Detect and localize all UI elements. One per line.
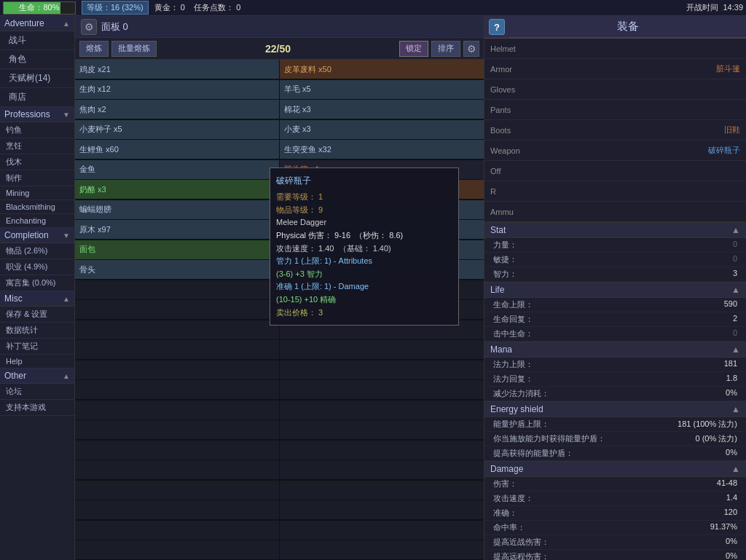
sidebar-item-fable[interactable]: 寓言集 (0.0%): [0, 275, 74, 291]
settings-label: 保存 & 设置: [6, 309, 47, 318]
panel-gear-button[interactable]: ⚙: [81, 19, 97, 35]
equip-slot-r[interactable]: R: [484, 181, 746, 202]
sidebar-item-help[interactable]: Help: [0, 355, 74, 368]
inventory-slot-8[interactable]: 生鲤鱼 x60: [75, 140, 279, 159]
inventory-slot-10[interactable]: 金鱼: [75, 160, 279, 179]
inventory-slot-9[interactable]: 生突变鱼 x32: [280, 140, 484, 159]
inventory-slot-47[interactable]: [280, 521, 484, 540]
inventory-slot-18[interactable]: 面包: [75, 240, 279, 259]
inventory-slot-49[interactable]: [280, 540, 484, 559]
inventory-slot-12[interactable]: 奶酪 x3: [75, 180, 279, 199]
dmg-section-header[interactable]: Damage ▲: [484, 461, 746, 477]
inventory-slot-37[interactable]: [280, 420, 484, 439]
inventory-slot-38[interactable]: [75, 441, 279, 460]
sidebar-item-talent[interactable]: 天赋树(14): [0, 69, 74, 88]
inventory-slot-6[interactable]: 小麦种子 x5: [75, 120, 279, 139]
equip-slot-weapon[interactable]: Weapon破碎瓶子: [484, 141, 746, 161]
gold-value: 0: [181, 3, 185, 12]
sidebar-completion-header[interactable]: Completion ▼: [0, 228, 74, 243]
inventory-slot-7[interactable]: 小麦 x3: [280, 120, 484, 139]
sidebar-other-header[interactable]: Other ▲: [0, 368, 74, 384]
inventory-slot-20[interactable]: 骨头: [75, 260, 279, 279]
inventory-slot-43[interactable]: [280, 481, 484, 500]
sidebar-item-forum[interactable]: 论坛: [0, 384, 74, 400]
inventory-slot-5[interactable]: 棉花 x3: [280, 100, 484, 119]
equip-slot-ammu[interactable]: Ammu: [484, 202, 746, 222]
equip-slot-pants[interactable]: Pants: [484, 100, 746, 120]
sidebar-item-character[interactable]: 角色: [0, 50, 74, 69]
equip-label-4: Boots: [490, 126, 541, 135]
inventory-slot-41[interactable]: [280, 460, 484, 479]
sidebar-item-crafting[interactable]: 制作: [0, 170, 74, 186]
inventory-slot-1[interactable]: 皮革废料 x50: [280, 60, 484, 79]
sidebar-item-battle[interactable]: 战斗: [0, 31, 74, 50]
es-section-header[interactable]: Energy shield ▲: [484, 401, 746, 417]
sidebar-item-profession[interactable]: 职业 (4.9%): [0, 259, 74, 275]
inventory-slot-2[interactable]: 生肉 x12: [75, 80, 279, 99]
sidebar-item-mining[interactable]: Mining: [0, 186, 74, 200]
sidebar-item-logging[interactable]: 伐木: [0, 154, 74, 170]
sidebar-item-enchanting[interactable]: Enchanting: [0, 214, 74, 228]
inventory-slot-16[interactable]: 原木 x97: [75, 220, 279, 239]
inventory-slot-31[interactable]: [280, 360, 484, 379]
inventory-slot-3[interactable]: 羊毛 x5: [280, 80, 484, 99]
quest-value: 0: [236, 3, 240, 12]
inventory-slot-33[interactable]: [280, 380, 484, 399]
sidebar-item-settings[interactable]: 保存 & 设置: [0, 307, 74, 323]
inventory-slot-14[interactable]: 蝙蝠翅膀: [75, 200, 279, 219]
inventory-slot-28[interactable]: [75, 340, 279, 359]
help-button[interactable]: ?: [489, 19, 505, 35]
character-label: 角色: [9, 54, 26, 64]
sidebar-item-patchnotes[interactable]: 补丁笔记: [0, 339, 74, 355]
sidebar-item-cooking[interactable]: 烹饪: [0, 138, 74, 154]
smelt-button[interactable]: 熔炼: [79, 41, 109, 57]
batch-smelt-button[interactable]: 批量熔炼: [111, 41, 157, 57]
stats-base-header[interactable]: Stat ▲: [484, 222, 746, 238]
sidebar-misc-header[interactable]: Misc ▲: [0, 291, 74, 307]
sidebar-item-support[interactable]: 支持本游戏: [0, 400, 74, 416]
sidebar-item-items[interactable]: 物品 (2.6%): [0, 243, 74, 259]
inventory-slot-46[interactable]: [75, 521, 279, 540]
inventory-slot-32[interactable]: [75, 380, 279, 399]
inventory-slot-0[interactable]: 鸡皮 x21: [75, 60, 279, 79]
time-value: 14:39: [723, 3, 743, 12]
inventory-slot-35[interactable]: [280, 401, 484, 419]
sort-button[interactable]: 排序: [431, 41, 460, 57]
equip-slot-helmet[interactable]: Helmet: [484, 39, 746, 59]
inventory-slot-48[interactable]: [75, 540, 279, 559]
es-section-label: Energy shield: [490, 404, 543, 414]
inventory-slot-30[interactable]: [75, 360, 279, 379]
equip-slot-off[interactable]: Off: [484, 161, 746, 181]
inventory-slot-42[interactable]: [75, 481, 279, 500]
life-regen-label: 生命回复：: [493, 314, 533, 325]
inventory-settings-button[interactable]: ⚙: [463, 41, 479, 57]
inventory-slot-24[interactable]: [75, 300, 279, 319]
sidebar-adventure-header[interactable]: Adventure ▲: [0, 16, 74, 31]
inventory-slot-4[interactable]: 焦肉 x2: [75, 100, 279, 119]
sidebar-item-statistics[interactable]: 数据统计: [0, 323, 74, 339]
inventory-slot-45[interactable]: [280, 500, 484, 519]
equipment-header: 装备: [509, 16, 746, 38]
equip-slot-gloves[interactable]: Gloves: [484, 79, 746, 100]
mana-section-header[interactable]: Mana ▲: [484, 342, 746, 358]
sidebar-item-fishing[interactable]: 钓鱼: [0, 122, 74, 138]
dmg-label: 伤害：: [493, 478, 517, 489]
inventory-slot-22[interactable]: [75, 280, 279, 299]
sidebar-item-shop[interactable]: 商店: [0, 88, 74, 107]
inventory-slot-44[interactable]: [75, 500, 279, 519]
life-max-value: 590: [724, 299, 737, 310]
inventory-slot-36[interactable]: [75, 420, 279, 439]
inventory-slot-40[interactable]: [75, 460, 279, 479]
inventory-slot-39[interactable]: [280, 441, 484, 460]
lock-button[interactable]: 锁定: [399, 41, 428, 57]
inventory-slot-34[interactable]: [75, 401, 279, 419]
acc-label: 准确：: [493, 508, 517, 518]
sidebar-item-blacksmithing[interactable]: Blacksmithing: [0, 200, 74, 214]
inventory-slot-26[interactable]: [75, 320, 279, 339]
equip-slot-armor[interactable]: Armor脏斗篷: [484, 59, 746, 79]
equip-slot-boots[interactable]: Boots旧鞋: [484, 120, 746, 141]
inventory-slot-29[interactable]: [280, 340, 484, 359]
sidebar-professions-header[interactable]: Professions ▼: [0, 107, 74, 122]
life-section-header[interactable]: Life ▲: [484, 282, 746, 298]
atk-base-value: 1.40): [373, 244, 391, 253]
